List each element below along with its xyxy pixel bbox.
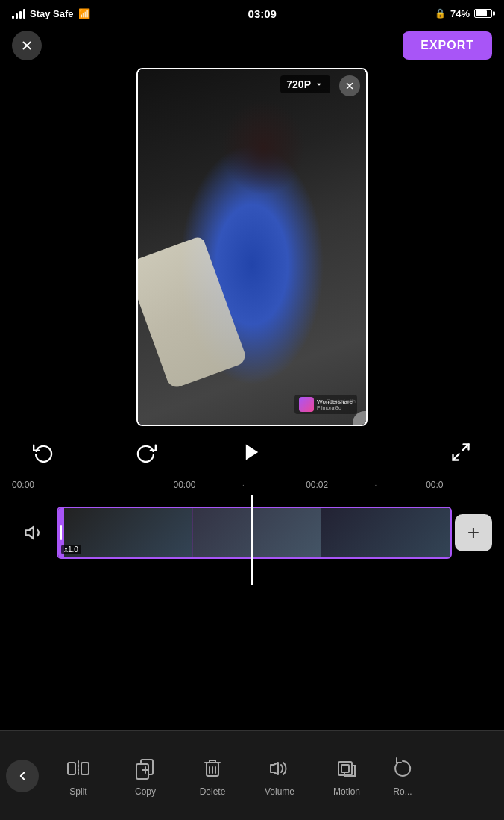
- copy-label: Copy: [135, 786, 156, 797]
- svg-rect-9: [81, 763, 89, 774]
- resolution-badge[interactable]: 720P: [280, 75, 330, 93]
- close-overlay-button[interactable]: [339, 75, 360, 96]
- toolbar-item-copy[interactable]: Copy: [112, 742, 179, 810]
- close-button[interactable]: [12, 31, 42, 60]
- timeline-timestamps: 00:00 00:00 · 00:02 · 00:0: [0, 475, 504, 495]
- watermark: Wondershare FilmoraGo: [294, 395, 357, 414]
- redo-button[interactable]: [133, 439, 160, 466]
- play-button[interactable]: [236, 436, 268, 469]
- svg-marker-7: [25, 527, 34, 539]
- battery-percent: 74%: [450, 8, 470, 19]
- timestamp-1: 00:00: [127, 480, 242, 490]
- track-content: x1.0 +: [57, 507, 492, 559]
- wondershare-logo: [299, 397, 314, 412]
- spacer: [344, 439, 371, 466]
- toolbar-item-rotate[interactable]: Ro...: [380, 742, 425, 810]
- motion-label: Motion: [333, 786, 360, 797]
- back-button[interactable]: [6, 760, 39, 792]
- watermark-brand: Wondershare: [317, 398, 353, 406]
- video-frame: Created with Wondershare FilmoraGo 720P: [136, 68, 368, 426]
- clip-thumbnails: [64, 508, 450, 557]
- lock-icon: 🔒: [435, 8, 446, 19]
- status-bar: Stay Safe 📶 03:09 🔒 74%: [0, 0, 504, 27]
- speed-badge: x1.0: [61, 545, 81, 554]
- wifi-icon: 📶: [78, 8, 90, 19]
- svg-line-6: [453, 454, 459, 460]
- rotate-label: Ro...: [393, 786, 412, 797]
- delete-label: Delete: [200, 786, 226, 797]
- svg-marker-4: [246, 445, 258, 460]
- timestamp-0: 00:00: [12, 480, 127, 490]
- timestamp-3: 00:0: [377, 480, 492, 490]
- split-label: Split: [69, 786, 86, 797]
- battery-icon: [474, 9, 492, 18]
- volume-icon: [12, 522, 57, 543]
- svg-rect-21: [341, 765, 349, 772]
- timeline-playhead: [251, 495, 253, 585]
- video-clip[interactable]: x1.0: [57, 507, 452, 559]
- status-right: 🔒 74%: [435, 8, 492, 19]
- toolbar-item-motion[interactable]: Motion: [313, 742, 380, 810]
- toolbar-item-volume[interactable]: Volume: [246, 742, 313, 810]
- undo-button[interactable]: [30, 439, 57, 466]
- timeline-area: x1.0 +: [0, 495, 504, 585]
- toolbar-item-split[interactable]: Split: [45, 742, 112, 810]
- svg-marker-19: [271, 763, 278, 774]
- timestamp-2: 00:02: [259, 480, 374, 490]
- dot-1: ·: [242, 480, 245, 490]
- watermark-app: FilmoraGo: [317, 405, 353, 410]
- status-left: Stay Safe 📶: [12, 8, 90, 19]
- clip-thumb-3: [321, 508, 450, 557]
- clock: 03:09: [248, 7, 277, 20]
- svg-line-5: [462, 445, 468, 451]
- signal-icon: [12, 8, 25, 19]
- playback-controls: [0, 430, 504, 475]
- svg-rect-12: [136, 764, 148, 779]
- clip-thumb-2: [193, 508, 322, 557]
- top-controls: EXPORT: [0, 27, 504, 64]
- clip-thumb-1: [64, 508, 193, 557]
- bottom-toolbar: Split Copy Delete: [0, 730, 504, 820]
- volume-label: Volume: [265, 786, 294, 797]
- carrier-label: Stay Safe: [30, 8, 74, 19]
- fullscreen-button[interactable]: [447, 439, 474, 466]
- video-thumbnail: [138, 69, 366, 425]
- video-preview-container: Created with Wondershare FilmoraGo 720P: [0, 64, 504, 430]
- export-button[interactable]: EXPORT: [403, 31, 492, 60]
- toolbar-items: Split Copy Delete: [45, 742, 498, 810]
- add-clip-button[interactable]: +: [455, 514, 492, 551]
- svg-rect-8: [68, 763, 75, 774]
- toolbar-item-delete[interactable]: Delete: [179, 742, 246, 810]
